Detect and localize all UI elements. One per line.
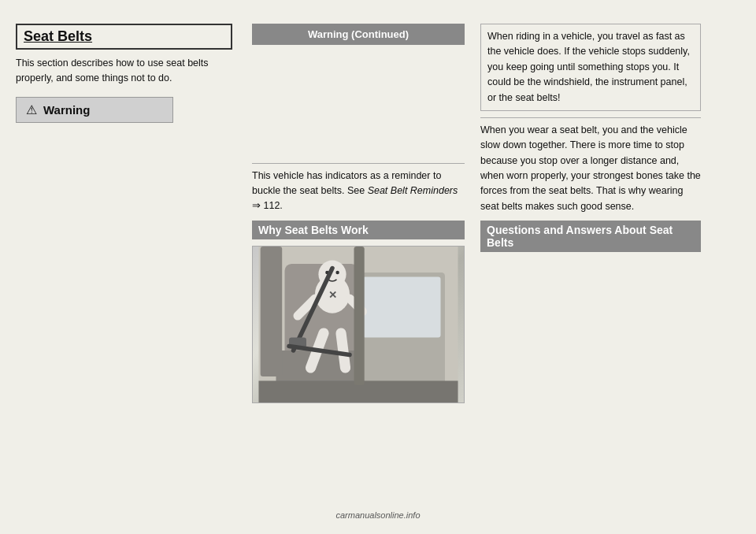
svg-point-9 [335,271,339,274]
warning-label: Warning [43,103,90,117]
svg-rect-19 [354,247,365,385]
crash-test-image: ✕ [252,246,465,403]
seat-belts-title: Seat Belts [24,28,224,45]
questions-answers-header: Questions and Answers About Seat Belts [480,221,701,252]
warning-triangle-icon: ⚠ [26,102,37,117]
warning-continued-box: Warning (Continued) [252,24,465,45]
svg-text:✕: ✕ [328,289,337,301]
seat-belts-section-header: Seat Belts [16,24,232,50]
right-column: When riding in a vehicle, you travel as … [472,24,701,510]
left-column: Seat Belts This section describes how to… [16,24,244,510]
why-seat-belts-header: Why Seat Belts Work [252,221,465,239]
page-container: Seat Belts This section describes how to… [0,0,756,534]
reminder-text: This vehicle has indicators as a reminde… [252,163,465,213]
middle-column: Warning (Continued) This vehicle has ind… [244,24,472,510]
svg-rect-18 [261,247,283,376]
svg-rect-4 [363,277,441,338]
right-text-block-1: When riding in a vehicle, you travel as … [480,24,701,111]
right-text-block-2: When you wear a seat belt, you and the v… [480,117,701,214]
svg-line-14 [341,333,346,368]
intro-text: This section describes how to use seat b… [16,56,232,86]
crash-test-svg: ✕ [253,247,464,402]
reminder-text-content: This vehicle has indicators as a reminde… [252,170,458,211]
watermark: carmanualsonline.info [335,510,420,520]
warning-box: ⚠ Warning [16,97,173,123]
mid-spacer [252,53,465,163]
